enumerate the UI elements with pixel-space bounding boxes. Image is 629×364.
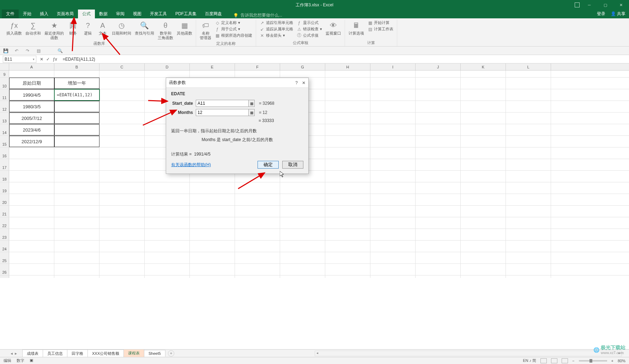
- row-header[interactable]: 27: [0, 275, 9, 278]
- macro-record-icon[interactable]: ▣: [30, 358, 33, 363]
- cell[interactable]: [416, 78, 461, 89]
- cell[interactable]: [325, 229, 370, 240]
- cell[interactable]: [145, 229, 190, 240]
- cell[interactable]: [461, 113, 506, 124]
- cell[interactable]: [506, 159, 551, 170]
- cell[interactable]: [235, 206, 280, 217]
- cell[interactable]: [370, 124, 416, 135]
- cell[interactable]: [190, 229, 235, 240]
- cell[interactable]: [506, 78, 551, 89]
- column-header[interactable]: L: [506, 63, 551, 70]
- cell[interactable]: [506, 252, 551, 263]
- tab-pdf[interactable]: PDF工具集: [171, 10, 201, 18]
- cell[interactable]: [54, 171, 99, 182]
- cell[interactable]: [9, 71, 54, 77]
- sheet-tab[interactable]: XXX公司销售额: [87, 350, 124, 357]
- cell[interactable]: [370, 113, 416, 124]
- cell[interactable]: [54, 206, 99, 217]
- cell[interactable]: [461, 217, 506, 229]
- cell[interactable]: [506, 217, 551, 229]
- cell[interactable]: [9, 171, 54, 182]
- cell[interactable]: [190, 241, 235, 252]
- cell[interactable]: [9, 182, 54, 194]
- cell[interactable]: [280, 182, 325, 194]
- name-manager-button[interactable]: 🏷名称 管理器: [198, 20, 213, 41]
- cell[interactable]: [54, 182, 99, 194]
- calculate-now-button[interactable]: ▦开始计算: [366, 20, 395, 26]
- cell[interactable]: [280, 217, 325, 229]
- cell[interactable]: [145, 182, 190, 194]
- cell[interactable]: [506, 171, 551, 182]
- help-icon[interactable]: ?: [295, 80, 298, 85]
- cell[interactable]: [506, 229, 551, 240]
- cell[interactable]: [54, 71, 99, 77]
- cancel-button[interactable]: 取消: [282, 161, 303, 169]
- cell[interactable]: [370, 159, 416, 170]
- close-icon[interactable]: ✕: [302, 80, 306, 85]
- ok-button[interactable]: 确定: [258, 161, 279, 169]
- cell[interactable]: [416, 182, 461, 194]
- function-help-link[interactable]: 有关该函数的帮助(H): [171, 162, 211, 168]
- cell[interactable]: [99, 147, 145, 159]
- column-header[interactable]: H: [325, 63, 370, 70]
- spreadsheet-grid[interactable]: A B C D E F G H I J K L 910原始日期增加一年11199…: [0, 63, 629, 278]
- cell[interactable]: [145, 217, 190, 229]
- cell[interactable]: [370, 275, 416, 278]
- cell[interactable]: [190, 264, 235, 275]
- cell[interactable]: [416, 194, 461, 205]
- zoom-level[interactable]: 80%: [618, 359, 625, 363]
- cell[interactable]: [9, 275, 54, 278]
- cell[interactable]: [235, 182, 280, 194]
- cell[interactable]: [99, 182, 145, 194]
- cell[interactable]: [54, 136, 99, 147]
- cell[interactable]: [325, 252, 370, 263]
- cell[interactable]: [145, 206, 190, 217]
- cell[interactable]: [461, 171, 506, 182]
- sheet-nav[interactable]: ◂▸: [11, 351, 17, 356]
- error-check-button[interactable]: ⚠错误检查 ▾: [295, 26, 323, 32]
- cell[interactable]: [506, 101, 551, 112]
- cell[interactable]: [416, 252, 461, 263]
- cell[interactable]: 2023/4/6: [9, 124, 54, 135]
- row-header[interactable]: 26: [0, 264, 9, 275]
- ribbon-display-icon[interactable]: [575, 2, 580, 7]
- row-header[interactable]: 11: [0, 89, 9, 101]
- tab-devtools[interactable]: 开发工具: [146, 10, 171, 18]
- cell[interactable]: [370, 182, 416, 194]
- cell[interactable]: 1990/4/5: [9, 89, 54, 101]
- column-header[interactable]: D: [145, 63, 190, 70]
- cell[interactable]: 2005/7/12: [9, 113, 54, 124]
- print-preview-button[interactable]: 🔍: [57, 48, 63, 54]
- cell[interactable]: [190, 206, 235, 217]
- cell[interactable]: [416, 89, 461, 101]
- cell[interactable]: [190, 71, 235, 77]
- cell[interactable]: [235, 264, 280, 275]
- argument-input-start-date[interactable]: [196, 100, 249, 107]
- cell[interactable]: [506, 275, 551, 278]
- cell[interactable]: [325, 194, 370, 205]
- cell[interactable]: [370, 71, 416, 77]
- cell[interactable]: [99, 264, 145, 275]
- cell[interactable]: [235, 217, 280, 229]
- row-header[interactable]: 18: [0, 171, 9, 182]
- cell[interactable]: [416, 241, 461, 252]
- argument-input-months[interactable]: [196, 109, 249, 116]
- cell[interactable]: [506, 124, 551, 135]
- row-header[interactable]: 24: [0, 241, 9, 252]
- cell[interactable]: =EDATE(A11,12): [54, 89, 99, 101]
- cell[interactable]: [416, 229, 461, 240]
- create-from-selection-button[interactable]: ▦根据所选内容创建: [213, 32, 254, 38]
- cell[interactable]: [190, 194, 235, 205]
- cell[interactable]: [461, 241, 506, 252]
- cell[interactable]: [416, 264, 461, 275]
- sheet-tab[interactable]: 员工信息: [43, 350, 67, 357]
- cell[interactable]: [9, 241, 54, 252]
- cell[interactable]: [461, 124, 506, 135]
- cell[interactable]: 2022/12/9: [9, 136, 54, 147]
- cell[interactable]: [416, 71, 461, 77]
- range-selector-icon[interactable]: ▦: [248, 100, 255, 107]
- horizontal-scrollbar[interactable]: [315, 351, 622, 356]
- cell[interactable]: [416, 147, 461, 159]
- cell[interactable]: [54, 229, 99, 240]
- cell[interactable]: [325, 147, 370, 159]
